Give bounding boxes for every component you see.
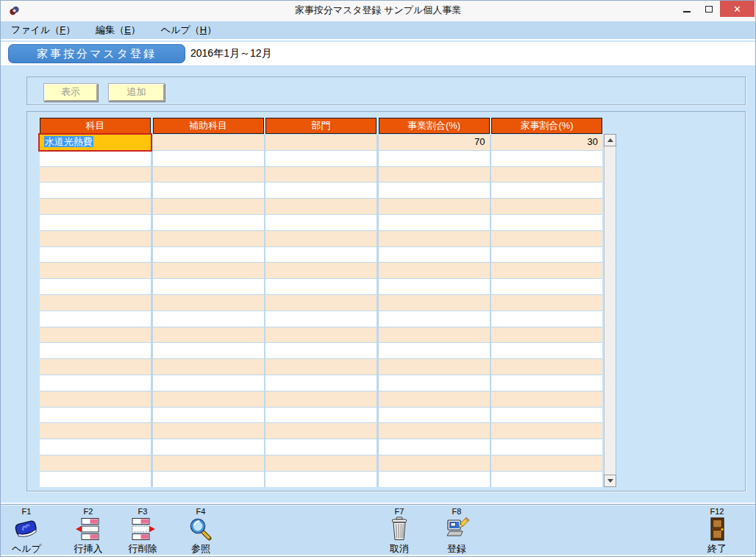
- grid-cell[interactable]: [491, 199, 602, 214]
- grid-cell[interactable]: [265, 199, 377, 214]
- grid-cell[interactable]: [40, 359, 151, 375]
- grid-cell[interactable]: [491, 359, 602, 375]
- grid-cell[interactable]: [40, 182, 151, 198]
- grid-cell[interactable]: [379, 391, 490, 407]
- grid-cell[interactable]: 水道光熱費: [40, 135, 151, 150]
- grid-cell[interactable]: [153, 455, 264, 471]
- toolbar-button-f8[interactable]: F8登録: [433, 507, 480, 556]
- toolbar-button-f1[interactable]: F1ヘルプ: [3, 507, 50, 556]
- grid-cell[interactable]: [153, 182, 264, 198]
- grid-cell[interactable]: [379, 279, 490, 294]
- grid-cell[interactable]: [265, 182, 377, 198]
- grid-cell[interactable]: [40, 199, 151, 214]
- grid-cell[interactable]: [153, 247, 264, 263]
- grid-cell[interactable]: [40, 247, 151, 263]
- toolbar-button-f12[interactable]: F12終了: [693, 507, 741, 556]
- grid-cell[interactable]: [153, 295, 264, 311]
- grid-cell[interactable]: [153, 279, 264, 294]
- grid-cell[interactable]: [379, 231, 490, 246]
- grid-cell[interactable]: [40, 455, 151, 471]
- grid-cell[interactable]: [379, 151, 490, 166]
- grid-cell[interactable]: [379, 199, 490, 214]
- grid-cell[interactable]: [491, 263, 602, 278]
- grid-cell[interactable]: [379, 311, 490, 327]
- grid-cell[interactable]: [379, 263, 490, 278]
- grid-cell[interactable]: [379, 182, 490, 198]
- grid-cell[interactable]: [153, 439, 264, 455]
- grid-cell[interactable]: [265, 279, 377, 294]
- grid-cell[interactable]: [40, 375, 151, 391]
- grid-cell[interactable]: [40, 215, 151, 230]
- toolbar-button-f7[interactable]: F7取消: [376, 507, 423, 556]
- grid-cell[interactable]: [491, 391, 602, 407]
- grid-cell[interactable]: [265, 455, 377, 471]
- grid-cell[interactable]: [379, 247, 490, 263]
- grid-cell[interactable]: [491, 279, 602, 294]
- grid-cell[interactable]: [491, 327, 602, 343]
- grid-cell[interactable]: [153, 472, 264, 487]
- grid-cell[interactable]: [40, 279, 151, 294]
- grid-cell[interactable]: [153, 215, 264, 230]
- grid-cell[interactable]: [153, 263, 264, 278]
- grid-cell[interactable]: [40, 327, 151, 343]
- add-button[interactable]: 追加: [108, 83, 165, 102]
- grid-cell[interactable]: [491, 455, 602, 471]
- grid-cell[interactable]: [40, 263, 151, 278]
- grid-cell[interactable]: [379, 359, 490, 375]
- toolbar-button-f4[interactable]: F4参照: [177, 507, 224, 556]
- grid-cell[interactable]: [491, 295, 602, 311]
- show-button[interactable]: 表示: [43, 83, 98, 102]
- grid-cell[interactable]: [265, 167, 377, 182]
- minimize-icon[interactable]: [676, 1, 698, 17]
- grid-cell[interactable]: [491, 408, 602, 423]
- grid-cell[interactable]: [265, 247, 377, 263]
- grid-cell[interactable]: [153, 391, 264, 407]
- grid-cell[interactable]: [491, 472, 602, 487]
- menu-item-edit[interactable]: 編集（E）: [96, 24, 140, 37]
- grid-cell[interactable]: [153, 135, 264, 150]
- grid-cell[interactable]: [491, 375, 602, 391]
- grid-cell[interactable]: [265, 423, 377, 439]
- grid-cell[interactable]: [379, 439, 490, 455]
- grid-cell[interactable]: [153, 423, 264, 439]
- grid-cell[interactable]: [379, 215, 490, 230]
- grid-cell[interactable]: [491, 215, 602, 230]
- grid-cell[interactable]: [40, 343, 151, 358]
- grid-cell[interactable]: [265, 343, 377, 358]
- grid-cell[interactable]: [153, 343, 264, 358]
- scroll-up-icon[interactable]: [604, 134, 616, 146]
- grid-cell[interactable]: [265, 295, 377, 311]
- grid-cell[interactable]: [265, 439, 377, 455]
- grid-cell[interactable]: [491, 167, 602, 182]
- grid-cell[interactable]: [379, 375, 490, 391]
- grid-cell[interactable]: [379, 343, 490, 358]
- grid-cell[interactable]: [265, 472, 377, 487]
- grid-cell[interactable]: [491, 231, 602, 246]
- grid-cell[interactable]: [379, 423, 490, 439]
- grid-cell[interactable]: [153, 327, 264, 343]
- grid-cell[interactable]: [265, 375, 377, 391]
- grid-cell[interactable]: [153, 231, 264, 246]
- grid-cell[interactable]: [491, 182, 602, 198]
- grid-cell[interactable]: [40, 391, 151, 407]
- grid-cell[interactable]: [265, 263, 377, 278]
- toolbar-button-f2[interactable]: F2行挿入: [65, 507, 112, 556]
- grid-cell[interactable]: [491, 247, 602, 263]
- grid-cell[interactable]: [40, 472, 151, 487]
- grid-cell[interactable]: [379, 408, 490, 423]
- menu-item-file[interactable]: ファイル（F）: [11, 24, 75, 37]
- grid-cell[interactable]: [153, 151, 264, 166]
- scroll-down-icon[interactable]: [604, 475, 616, 487]
- grid-cell[interactable]: [40, 439, 151, 455]
- grid-cell[interactable]: [153, 408, 264, 423]
- grid-cell[interactable]: 70: [379, 135, 490, 150]
- grid-cell[interactable]: [491, 423, 602, 439]
- grid-cell[interactable]: [491, 343, 602, 358]
- grid-cell[interactable]: [40, 423, 151, 439]
- grid-cell[interactable]: [265, 151, 377, 166]
- grid-cell[interactable]: [379, 167, 490, 182]
- grid-cell[interactable]: [265, 231, 377, 246]
- grid-cell[interactable]: [265, 327, 377, 343]
- scrollbar-track[interactable]: [604, 146, 616, 475]
- grid-cell[interactable]: [379, 295, 490, 311]
